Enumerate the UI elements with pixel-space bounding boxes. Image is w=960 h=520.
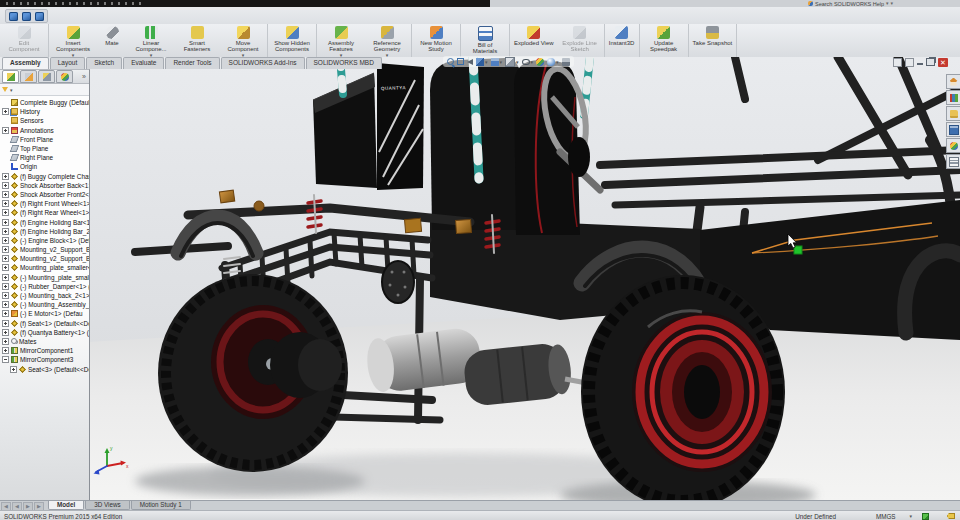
section-view-button[interactable]: ▾ xyxy=(475,58,489,66)
restore-icon[interactable] xyxy=(926,58,935,66)
dropdown-caret-icon[interactable]: ▾ xyxy=(531,59,534,65)
task-pane-tab-design-library[interactable] xyxy=(946,90,960,105)
tree-item-engine-block-1-def[interactable]: (-) Engine Block<1> (Def xyxy=(0,236,89,245)
manager-tab-propertymanager[interactable] xyxy=(20,70,37,83)
expander-icon[interactable] xyxy=(2,228,9,235)
doc-tab-3d-views[interactable]: 3D Views xyxy=(85,501,129,510)
view-orientation-button[interactable]: ▾ xyxy=(490,58,504,66)
expander-icon[interactable] xyxy=(2,219,9,226)
expander-icon[interactable] xyxy=(2,127,9,134)
tab-render-tools[interactable]: Render Tools xyxy=(165,57,219,69)
tree-item-shock-absorber-front2-1[interactable]: Shock Absorber Front2<1 xyxy=(0,190,89,199)
tree-item-sensors[interactable]: Sensors xyxy=(0,116,89,125)
expander-icon[interactable] xyxy=(2,320,9,327)
tree-item-f-right-front-wheel-1[interactable]: (f) Right Front Wheel<1> xyxy=(0,199,89,208)
dropdown-caret-icon[interactable]: ▾ xyxy=(500,59,503,65)
tree-item-f-quantya-battery-1-d[interactable]: (f) Quantya Battery<1> (D xyxy=(0,328,89,337)
ribbon-button-explode-line-sketch[interactable]: Explode Line Sketch xyxy=(557,24,603,57)
tree-item-mounting-back-2-1[interactable]: (-) Mounting_back_2<1> xyxy=(0,291,89,300)
tree-item-f-buggy-complete-chass[interactable]: (f) Buggy Complete Chass xyxy=(0,172,89,181)
ribbon-button-take-snapshot[interactable]: Take Snapshot xyxy=(690,24,736,57)
tree-item-complete-buggy-default-d[interactable]: Complete Buggy (Default<D xyxy=(0,98,89,107)
manager-tab-featuremanager[interactable] xyxy=(2,70,19,83)
expander-icon[interactable] xyxy=(2,182,9,189)
quick-access-3-icon[interactable] xyxy=(35,12,44,21)
expander-icon[interactable] xyxy=(2,108,9,115)
tree-item-mirrorcomponent3[interactable]: MirrorComponent3 xyxy=(0,355,89,364)
tree-item-top-plane[interactable]: Top Plane xyxy=(0,144,89,153)
scene-button[interactable]: ▾ xyxy=(546,58,560,66)
expander-icon[interactable] xyxy=(2,255,9,262)
pane-layout2-icon[interactable] xyxy=(905,58,914,67)
appearance-button[interactable] xyxy=(535,58,545,66)
view-settings-button[interactable] xyxy=(561,58,571,66)
tab-solidworks-add-ins[interactable]: SOLIDWORKS Add-Ins xyxy=(221,57,305,69)
tab-assembly[interactable]: Assembly xyxy=(2,57,49,69)
dropdown-caret-icon[interactable]: ▾ xyxy=(556,59,559,65)
task-pane-tab-resources[interactable] xyxy=(946,74,960,89)
ribbon-button-mate[interactable]: Mate xyxy=(96,24,128,57)
ribbon-button-insert-components[interactable]: Insert Components ▾ xyxy=(50,24,96,57)
dropdown-caret-icon[interactable]: ▾ xyxy=(485,59,488,65)
expander-icon[interactable] xyxy=(2,310,9,317)
units-label[interactable]: MMGS xyxy=(876,513,896,520)
ribbon-button-move-component[interactable]: Move Component ▾ xyxy=(220,24,266,57)
expander-icon[interactable] xyxy=(2,200,9,207)
tree-item-history[interactable]: History xyxy=(0,107,89,116)
ribbon-button-assembly-features[interactable]: Assembly Features ▾ xyxy=(318,24,364,57)
expander-icon[interactable] xyxy=(2,246,9,253)
zoom-fit-button[interactable] xyxy=(446,58,455,65)
tree-item-front-plane[interactable]: Front Plane xyxy=(0,135,89,144)
expander-icon[interactable] xyxy=(2,329,9,336)
expander-icon[interactable] xyxy=(2,347,9,354)
pane-layout-icon[interactable] xyxy=(893,58,902,67)
expander-icon[interactable] xyxy=(2,356,9,363)
ribbon-button-reference-geometry[interactable]: Reference Geometry ▾ xyxy=(364,24,410,57)
tree-filter-row[interactable]: ▾ xyxy=(0,84,89,96)
tree-item-f-seat-1-default-de[interactable]: (f) Seat<1> (Default<<De xyxy=(0,319,89,328)
dropdown-caret-icon[interactable]: ▾ xyxy=(516,59,519,65)
task-pane-tab-file-explorer[interactable] xyxy=(946,106,960,121)
manager-tab-displaymanager[interactable] xyxy=(56,70,73,83)
ribbon-button-bill-of-materials[interactable]: Bill of Materials xyxy=(462,24,508,57)
ribbon-button-new-motion-study[interactable]: New Motion Study xyxy=(413,24,459,57)
hide-show-button[interactable]: ▾ xyxy=(521,59,535,65)
close-icon[interactable]: ✕ xyxy=(938,58,948,67)
quick-access-1-icon[interactable] xyxy=(9,12,18,21)
expander-icon[interactable] xyxy=(2,237,9,244)
ribbon-button-smart-fasteners[interactable]: Smart Fasteners xyxy=(174,24,220,57)
ribbon-button-instant3d[interactable]: Instant3D xyxy=(606,24,638,57)
tree-item-mounting-plate-small[interactable]: (-) Mounting_plate_small xyxy=(0,273,89,282)
chevron-down-icon[interactable]: ▾ xyxy=(886,1,889,6)
task-pane-tab-custom-properties[interactable] xyxy=(946,154,960,169)
tree-item-seat-3-default-de[interactable]: Seat<3> (Default<<De xyxy=(0,364,89,373)
tree-item-rubber-damper-1-d[interactable]: (-) Rubber_Damper<1> (D xyxy=(0,282,89,291)
units-caret-icon[interactable]: ▾ xyxy=(909,513,912,519)
expander-icon[interactable] xyxy=(2,173,9,180)
quick-access-2-icon[interactable] xyxy=(22,12,31,21)
expander-icon[interactable] xyxy=(2,283,9,290)
expander-icon[interactable] xyxy=(2,209,9,216)
tree-item-mounting-v2-support-ba[interactable]: Mounting_v2_Support_Ba xyxy=(0,245,89,254)
tree-item-right-plane[interactable]: Right Plane xyxy=(0,153,89,162)
search-input[interactable]: Search SOLIDWORKS Help xyxy=(815,1,884,7)
tree-item-mates[interactable]: Mates xyxy=(0,337,89,346)
viewport-3d[interactable]: QUANTYA xyxy=(0,57,960,500)
expander-icon[interactable] xyxy=(10,366,17,373)
tag-icon[interactable] xyxy=(947,513,955,519)
tab-solidworks-mbd[interactable]: SOLIDWORKS MBD xyxy=(306,57,382,69)
ribbon-button-update-speedpak[interactable]: Update Speedpak xyxy=(641,24,687,57)
edit-assembly-icon[interactable] xyxy=(922,513,929,520)
expander-icon[interactable] xyxy=(2,292,9,299)
display-style-button[interactable]: ▾ xyxy=(504,57,520,67)
overflow-chevron-icon[interactable]: » xyxy=(82,73,86,80)
zoom-area-button[interactable] xyxy=(456,58,465,65)
expander-icon[interactable] xyxy=(2,191,9,198)
tree-item-f-right-rear-wheel-1[interactable]: (f) Right Rear Wheel<1> ( xyxy=(0,208,89,217)
tree-item-f-engine-holidng-bar-2[interactable]: (f) Engine Holidng Bar_2< xyxy=(0,227,89,236)
tree-item-f-engine-holidng-bar-1[interactable]: (f) Engine Holidng Bar<1 xyxy=(0,217,89,226)
tree-item-origin[interactable]: Origin xyxy=(0,162,89,171)
tab-sketch[interactable]: Sketch xyxy=(86,57,122,69)
tree-item-annotations[interactable]: Annotations xyxy=(0,126,89,135)
manager-tab-configurations[interactable] xyxy=(38,70,55,83)
